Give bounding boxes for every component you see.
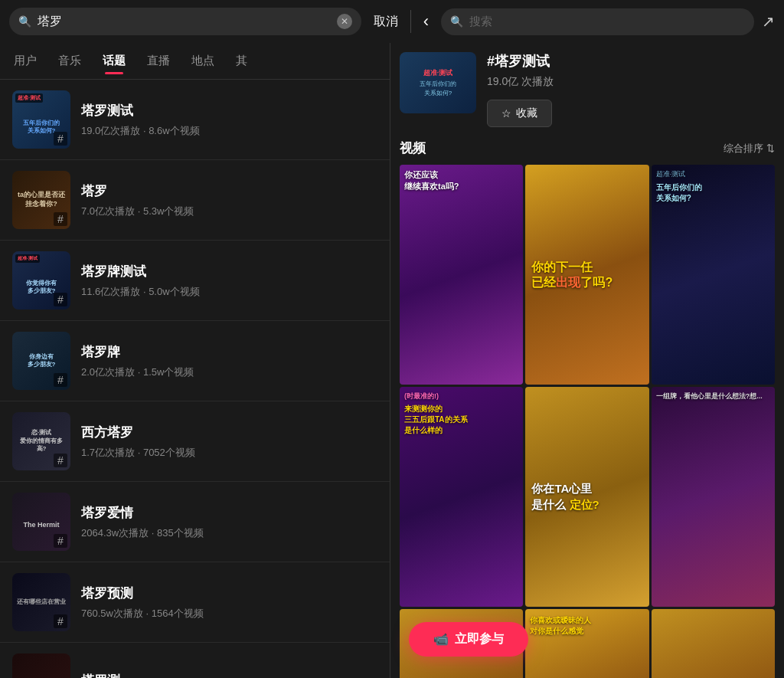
topic-name: 塔罗牌测试 <box>81 263 377 280</box>
list-item[interactable]: 恋·测试爱你的情商有多高? # 西方塔罗 1.7亿次播放 · 7052个视频 <box>0 401 390 482</box>
video-cell[interactable]: 你的下一任 已经出现了吗? <box>525 165 648 385</box>
topic-thumbnail: 超准·测试 五年后你们的关系如何? # <box>12 90 70 149</box>
search-icon-right: 🔍 <box>450 15 463 28</box>
video-grid: 你还应该 继续喜欢ta吗? 你的下一任 已经出现了吗? 超准·测试 <box>400 165 775 678</box>
collect-label: 收藏 <box>516 106 537 120</box>
video-cell[interactable]: 超准·测试 五年后你们的关系如何? <box>652 165 775 385</box>
live-btn-container: 📹 立即参与 <box>409 622 528 657</box>
tab-live[interactable]: 直播 <box>136 47 181 74</box>
list-item[interactable]: 你身边有多少朋友? # 塔罗牌 2.0亿次播放 · 1.5w个视频 <box>0 321 390 401</box>
video-cell[interactable]: 你在TA心里 是什么 定位? <box>525 387 648 607</box>
top-bar: 🔍 ✕ 取消 ‹ 🔍 搜索 ↗ <box>0 0 784 43</box>
topic-thumbnail: 恋·测试爱你的情商有多高? # <box>12 412 70 470</box>
video-cell[interactable]: 你喜欢或暧昧的人 对你是什么感觉 <box>525 609 648 678</box>
topic-list: 超准·测试 五年后你们的关系如何? # 塔罗测试 19.0亿次播放 · 8.6w… <box>0 80 390 678</box>
topic-name: 塔罗 <box>81 182 377 200</box>
video-cell[interactable]: 你还应该 继续喜欢ta吗? <box>400 165 523 385</box>
search-placeholder: 搜索 <box>469 15 492 29</box>
topic-thumbnail: ta的心里是否还挂念着你? # <box>12 171 70 229</box>
topic-info: 塔罗牌 2.0亿次播放 · 1.5w个视频 <box>81 343 377 379</box>
video-cell[interactable]: 一组牌，看他心里是什么想法?想... <box>652 387 775 607</box>
collect-button[interactable]: ☆ 收藏 <box>487 100 552 127</box>
topic-name: 塔罗预测 <box>81 585 377 602</box>
topic-thumbnail: # <box>12 653 70 678</box>
topic-name: 塔罗爱情 <box>81 504 377 522</box>
left-search-box[interactable]: 🔍 ✕ <box>9 8 361 35</box>
topic-info: 塔罗爱情 2064.3w次播放 · 835个视频 <box>81 504 377 540</box>
list-item[interactable]: The Hermit # 塔罗爱情 2064.3w次播放 · 835个视频 <box>0 482 390 562</box>
list-item[interactable]: # 塔罗测 <box>0 643 390 678</box>
topic-meta: 19.0亿次播放 · 8.6w个视频 <box>81 124 377 138</box>
topic-meta: 11.6亿次播放 · 5.0w个视频 <box>81 285 377 299</box>
topic-meta: 2064.3w次播放 · 835个视频 <box>81 526 377 540</box>
detail-info: #塔罗测试 19.0亿 次播放 ☆ 收藏 <box>487 52 775 127</box>
topic-thumbnail: The Hermit # <box>12 493 70 551</box>
right-search-box[interactable]: 🔍 搜索 <box>441 8 754 35</box>
video-cell[interactable]: (时最准的!) 来测测你的三五后跟TA的关系是什么样的 <box>400 387 523 607</box>
video-icon: 📹 <box>433 632 449 647</box>
tab-users[interactable]: 用户 <box>3 47 47 74</box>
topic-info: 塔罗测 <box>81 672 377 679</box>
topic-info: 西方塔罗 1.7亿次播放 · 7052个视频 <box>81 424 377 460</box>
list-item[interactable]: 超准·测试 五年后你们的关系如何? # 塔罗测试 19.0亿次播放 · 8.6w… <box>0 80 390 160</box>
sort-label: 综合排序 <box>724 142 763 156</box>
right-search-area: 🔍 搜索 ↗ <box>441 8 775 35</box>
list-item[interactable]: 超准·测试 你觉得你有多少朋友? # 塔罗牌测试 11.6亿次播放 · 5.0w… <box>0 241 390 321</box>
divider <box>410 10 411 33</box>
list-item[interactable]: 还有哪些店在营业 # 塔罗预测 760.5w次播放 · 1564个视频 <box>0 562 390 643</box>
tab-more[interactable]: 其 <box>225 47 258 74</box>
topic-meta: 2.0亿次播放 · 1.5w个视频 <box>81 365 377 379</box>
topic-thumbnail: 你身边有多少朋友? # <box>12 332 70 390</box>
topic-name: 塔罗牌 <box>81 343 377 361</box>
section-header: 视频 综合排序 ⇅ <box>400 139 775 157</box>
topic-meta: 760.5w次播放 · 1564个视频 <box>81 607 377 621</box>
list-item[interactable]: ta的心里是否还挂念着你? # 塔罗 7.0亿次播放 · 5.3w个视频 <box>0 160 390 241</box>
topic-info: 塔罗预测 760.5w次播放 · 1564个视频 <box>81 585 377 621</box>
topic-name: 西方塔罗 <box>81 424 377 441</box>
star-icon: ☆ <box>501 107 511 120</box>
topic-thumbnail: 还有哪些店在营业 # <box>12 573 70 631</box>
clear-button[interactable]: ✕ <box>337 14 352 29</box>
section-title: 视频 <box>400 139 426 157</box>
topic-meta: 7.0亿次播放 · 5.3w个视频 <box>81 205 377 218</box>
tabs-row: 用户 音乐 话题 直播 地点 其 <box>0 43 390 80</box>
topic-info: 塔罗 7.0亿次播放 · 5.3w个视频 <box>81 182 377 218</box>
topic-meta: 1.7亿次播放 · 7052个视频 <box>81 446 377 460</box>
topic-name: 塔罗测试 <box>81 102 377 120</box>
topic-info: 塔罗测试 19.0亿次播放 · 8.6w个视频 <box>81 102 377 138</box>
topic-thumbnail: 超准·测试 你觉得你有多少朋友? # <box>12 251 70 310</box>
search-input[interactable] <box>38 15 331 28</box>
tab-music[interactable]: 音乐 <box>47 47 92 74</box>
left-panel: 用户 音乐 话题 直播 地点 其 超准·测试 五年后你们的关系如何? # 塔罗测… <box>0 43 390 678</box>
detail-meta: 19.0亿 次播放 <box>487 75 775 89</box>
video-cell[interactable]: 你喜欢的人 <box>652 609 775 678</box>
live-label: 立即参与 <box>455 631 504 647</box>
sort-button[interactable]: 综合排序 ⇅ <box>724 142 775 156</box>
topic-info: 塔罗牌测试 11.6亿次播放 · 5.0w个视频 <box>81 263 377 299</box>
share-button[interactable]: ↗ <box>762 12 775 31</box>
sort-icon: ⇅ <box>766 142 775 154</box>
search-icon: 🔍 <box>18 15 31 28</box>
tab-places[interactable]: 地点 <box>181 47 225 74</box>
topic-name: 塔罗测 <box>81 672 377 679</box>
detail-title: #塔罗测试 <box>487 52 775 70</box>
detail-thumbnail: 超准·测试 五年后你们的关系如何? <box>400 52 476 113</box>
cancel-button[interactable]: 取消 <box>369 14 403 30</box>
topic-detail-card: 超准·测试 五年后你们的关系如何? #塔罗测试 19.0亿 次播放 ☆ 收藏 <box>400 52 775 127</box>
right-panel: 超准·测试 五年后你们的关系如何? #塔罗测试 19.0亿 次播放 ☆ 收藏 视… <box>390 43 784 678</box>
main-content: 用户 音乐 话题 直播 地点 其 超准·测试 五年后你们的关系如何? # 塔罗测… <box>0 43 784 678</box>
live-button[interactable]: 📹 立即参与 <box>409 622 528 657</box>
tab-topics[interactable]: 话题 <box>92 47 136 74</box>
back-button[interactable]: ‹ <box>419 11 433 31</box>
